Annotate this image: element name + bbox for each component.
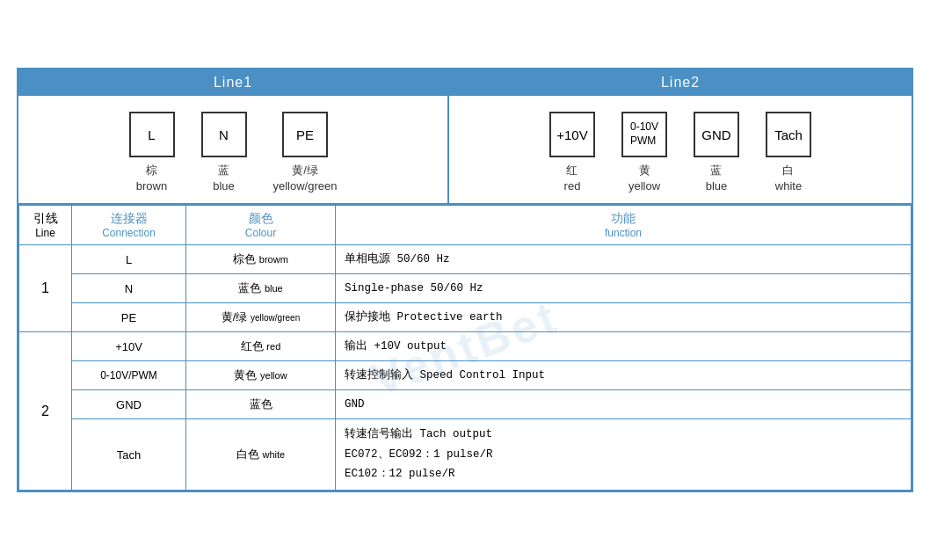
- colour-brown: 棕色 browm: [186, 245, 336, 274]
- conn-10V: +10V: [72, 332, 186, 361]
- connector-label-Tach: 白 white: [775, 163, 802, 194]
- line2-header: Line2: [449, 69, 912, 96]
- function-10V: 输出 +10V output: [336, 332, 912, 361]
- connector-PE: PE 黄/绿 yellow/green: [273, 112, 338, 194]
- colour-red: 红色 red: [186, 332, 336, 361]
- table-row: PE 黄/绿 yellow/green 保护接地 Protective eart…: [19, 303, 912, 332]
- conn-N: N: [72, 274, 186, 303]
- connector-label-PE: 黄/绿 yellow/green: [273, 163, 338, 194]
- conn-PE: PE: [72, 303, 186, 332]
- function-L: 单相电源 50/60 Hz: [336, 245, 912, 274]
- function-Tach: 转速信号输出 Tach output EC072、EC092：1 pulse/R…: [336, 419, 912, 491]
- connector-box-PWM: 0-10VPWM: [621, 112, 667, 157]
- connector-N: N 蓝 blue: [201, 112, 247, 194]
- connector-box-PE: PE: [282, 112, 328, 157]
- table-body: 1 L 棕色 browm 单相电源 50/60 Hz N 蓝色 blue Si: [19, 245, 912, 491]
- line-num-2: 2: [19, 332, 72, 491]
- function-PWM: 转速控制输入 Speed Control Input: [336, 361, 912, 390]
- colour-blue1: 蓝色 blue: [186, 274, 336, 303]
- connector-label-GND: 蓝 blue: [706, 163, 728, 194]
- line2-connectors: +10V 红 red 0-10VPWM 黄 yellow GND: [449, 96, 912, 203]
- colour-yellow: 黄色 yellow: [186, 361, 336, 390]
- table-row: 1 L 棕色 browm 单相电源 50/60 Hz: [19, 245, 912, 274]
- connector-10V: +10V 红 red: [549, 112, 595, 194]
- conn-PWM: 0-10V/PWM: [72, 361, 186, 390]
- th-function: 功能 function: [336, 206, 912, 245]
- th-colour: 颜色 Colour: [186, 206, 336, 245]
- colour-white: 白色 white: [186, 419, 336, 491]
- th-line: 引线 Line: [19, 206, 72, 245]
- function-GND: GND: [336, 390, 912, 419]
- line1-diagram: Line1 L 棕 brown N 蓝 blue: [18, 69, 449, 203]
- connector-box-L: L: [129, 112, 175, 157]
- connector-PWM: 0-10VPWM 黄 yellow: [621, 112, 667, 194]
- conn-L: L: [72, 245, 186, 274]
- colour-yellow-green: 黄/绿 yellow/green: [186, 303, 336, 332]
- main-container: Line1 L 棕 brown N 蓝 blue: [17, 68, 913, 492]
- table-row: 2 +10V 红色 red 输出 +10V output: [19, 332, 912, 361]
- connector-label-10V: 红 red: [564, 163, 581, 194]
- conn-Tach: Tach: [72, 419, 186, 491]
- table-row: 0-10V/PWM 黄色 yellow 转速控制输入 Speed Control…: [19, 361, 912, 390]
- function-PE: 保护接地 Protective earth: [336, 303, 912, 332]
- connector-L: L 棕 brown: [129, 112, 175, 194]
- connector-label-N: 蓝 blue: [213, 163, 235, 194]
- function-N: Single-phase 50/60 Hz: [336, 274, 912, 303]
- connector-box-Tach: Tach: [766, 112, 811, 157]
- table-header-row: 引线 Line 连接器 Connection 颜色 Colour 功能 func…: [19, 206, 912, 245]
- table-row: Tach 白色 white 转速信号输出 Tach output EC072、E…: [19, 419, 912, 491]
- data-table: 引线 Line 连接器 Connection 颜色 Colour 功能 func…: [18, 205, 912, 491]
- table-row: N 蓝色 blue Single-phase 50/60 Hz: [19, 274, 912, 303]
- table-wrapper: VentBet 引线 Line 连接器 Connection 颜色 Colour: [18, 205, 912, 491]
- line1-connectors: L 棕 brown N 蓝 blue PE 黄/绿: [18, 96, 447, 203]
- line1-label: Line1: [214, 75, 252, 90]
- connector-Tach: Tach 白 white: [766, 112, 811, 194]
- colour-blue2: 蓝色: [186, 390, 336, 419]
- line1-header: Line1: [18, 69, 447, 96]
- connector-label-L: 棕 brown: [136, 163, 167, 194]
- connector-GND: GND 蓝 blue: [694, 112, 739, 194]
- connector-box-N: N: [201, 112, 247, 157]
- connector-box-GND: GND: [694, 112, 739, 157]
- line-num-1: 1: [19, 245, 72, 332]
- conn-GND: GND: [72, 390, 186, 419]
- table-row: GND 蓝色 GND: [19, 390, 912, 419]
- connector-box-10V: +10V: [549, 112, 595, 157]
- connector-label-PWM: 黄 yellow: [628, 163, 660, 194]
- diagram-section: Line1 L 棕 brown N 蓝 blue: [18, 69, 912, 205]
- line2-label: Line2: [661, 75, 700, 90]
- line2-diagram: Line2 +10V 红 red 0-10VPWM 黄 yellow: [449, 69, 912, 203]
- th-connection: 连接器 Connection: [72, 206, 186, 245]
